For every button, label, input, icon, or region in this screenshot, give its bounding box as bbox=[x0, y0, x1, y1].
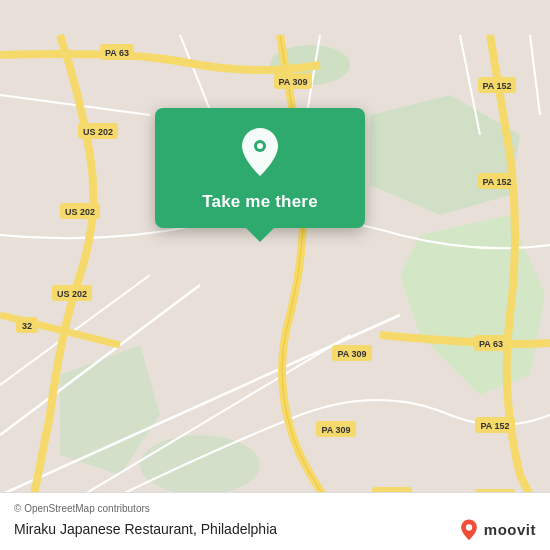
take-me-there-button[interactable]: Take me there bbox=[202, 192, 318, 212]
svg-text:PA 152: PA 152 bbox=[480, 421, 509, 431]
svg-text:PA 63: PA 63 bbox=[479, 339, 503, 349]
svg-point-5 bbox=[140, 435, 260, 495]
svg-point-44 bbox=[257, 143, 263, 149]
svg-text:PA 152: PA 152 bbox=[482, 81, 511, 91]
svg-text:US 202: US 202 bbox=[83, 127, 113, 137]
svg-point-45 bbox=[466, 524, 472, 530]
location-pin-icon bbox=[238, 126, 282, 182]
restaurant-name: Miraku Japanese Restaurant, Philadelphia bbox=[14, 521, 277, 537]
svg-text:PA 309: PA 309 bbox=[278, 77, 307, 87]
svg-text:PA 63: PA 63 bbox=[105, 48, 129, 58]
svg-text:US 202: US 202 bbox=[65, 207, 95, 217]
moovit-brand-text: moovit bbox=[484, 521, 536, 538]
popup-card[interactable]: Take me there bbox=[155, 108, 365, 228]
svg-text:PA 152: PA 152 bbox=[482, 177, 511, 187]
map-attribution: © OpenStreetMap contributors bbox=[14, 503, 536, 514]
map-container: PA 63 PA 309 PA 152 US 202 US 202 US 202… bbox=[0, 0, 550, 550]
map-background: PA 63 PA 309 PA 152 US 202 US 202 US 202… bbox=[0, 0, 550, 550]
moovit-icon bbox=[458, 518, 480, 540]
svg-text:PA 309: PA 309 bbox=[321, 425, 350, 435]
bottom-bar: © OpenStreetMap contributors Miraku Japa… bbox=[0, 492, 550, 550]
svg-text:PA 309: PA 309 bbox=[337, 349, 366, 359]
moovit-logo: moovit bbox=[458, 518, 536, 540]
svg-text:32: 32 bbox=[22, 321, 32, 331]
svg-text:US 202: US 202 bbox=[57, 289, 87, 299]
